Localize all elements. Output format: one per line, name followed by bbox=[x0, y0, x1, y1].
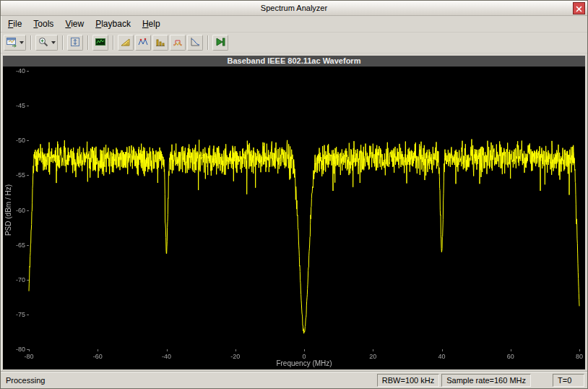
dropdown-arrow-icon[interactable] bbox=[51, 41, 56, 44]
data-cursors-icon bbox=[120, 36, 131, 50]
ccdf-button[interactable] bbox=[187, 35, 203, 51]
menu-bar: FileToolsViewPlaybackHelp bbox=[1, 16, 587, 33]
spectral-mask-icon bbox=[172, 36, 183, 50]
close-button[interactable] bbox=[573, 2, 585, 14]
export-icon bbox=[6, 36, 17, 50]
status-text: Processing bbox=[4, 376, 45, 385]
peak-finder-icon bbox=[137, 36, 149, 50]
toolbar-separator bbox=[113, 35, 113, 50]
zoom-button[interactable] bbox=[35, 35, 58, 51]
plot-title: Baseband IEEE 802.11ac Waveform bbox=[3, 56, 585, 67]
figure-area: Baseband IEEE 802.11ac Waveform bbox=[1, 54, 587, 372]
menu-tools[interactable]: Tools bbox=[27, 17, 59, 30]
menu-view[interactable]: View bbox=[59, 17, 90, 30]
spectrum-plot[interactable] bbox=[3, 67, 585, 369]
step-forward-icon bbox=[215, 36, 226, 50]
distortion-measurements-button[interactable] bbox=[152, 35, 168, 51]
rbw-panel: RBW=100 kHz bbox=[377, 374, 439, 387]
spectral-mask-button[interactable] bbox=[170, 35, 186, 51]
toolbar-separator bbox=[30, 35, 31, 50]
peak-finder-button[interactable] bbox=[135, 35, 151, 51]
window-title: Spectrum Analyzer bbox=[1, 4, 587, 12]
fit-to-view-button[interactable] bbox=[67, 35, 83, 51]
toolbar-separator bbox=[207, 35, 208, 50]
menu-file[interactable]: File bbox=[2, 17, 27, 30]
export-button[interactable] bbox=[4, 35, 26, 51]
toolbar bbox=[1, 33, 587, 54]
menu-playback[interactable]: Playback bbox=[90, 17, 137, 30]
plot-canvas-wrap bbox=[3, 67, 585, 369]
data-cursors-button[interactable] bbox=[118, 35, 134, 51]
menu-help[interactable]: Help bbox=[137, 17, 166, 30]
spectrum-analyzer-window: Spectrum Analyzer FileToolsViewPlaybackH… bbox=[0, 0, 588, 389]
close-icon bbox=[576, 2, 582, 15]
step-forward-button[interactable] bbox=[212, 35, 228, 51]
spectrum-settings-button[interactable] bbox=[92, 35, 108, 51]
zoom-icon bbox=[38, 36, 49, 50]
ccdf-icon bbox=[189, 36, 201, 50]
fit-to-view-icon bbox=[69, 36, 81, 50]
toolbar-separator bbox=[62, 35, 63, 50]
spectrum-settings-icon bbox=[95, 36, 106, 50]
time-panel: T=0 bbox=[553, 374, 584, 387]
status-bar: Processing RBW=100 kHz Sample rate=160 M… bbox=[1, 372, 587, 388]
dropdown-arrow-icon[interactable] bbox=[20, 41, 24, 44]
distortion-icon bbox=[155, 36, 166, 50]
sample-rate-panel: Sample rate=160 MHz bbox=[441, 374, 531, 387]
plot-container: Baseband IEEE 802.11ac Waveform bbox=[3, 56, 585, 369]
toolbar-separator bbox=[87, 35, 88, 50]
title-bar[interactable]: Spectrum Analyzer bbox=[1, 1, 587, 16]
